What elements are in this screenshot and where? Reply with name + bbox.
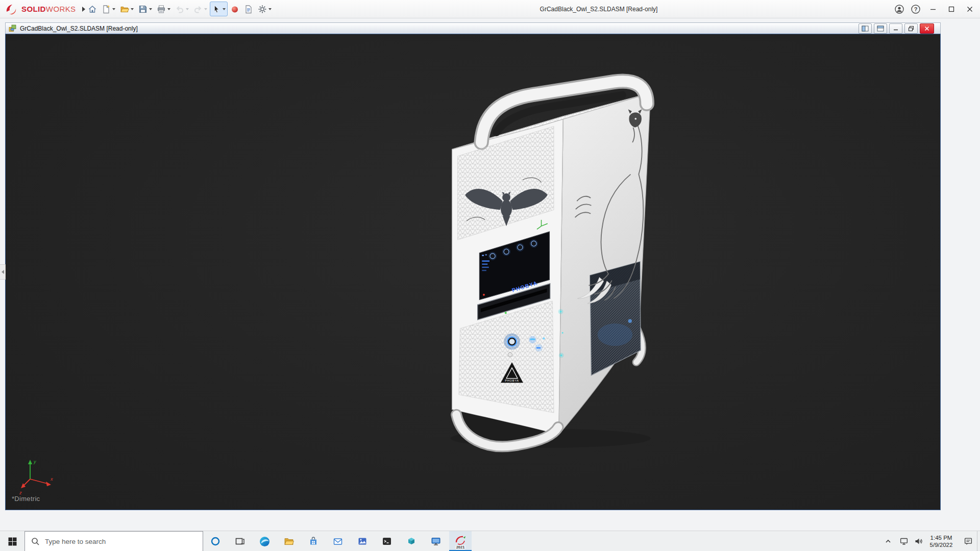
remote-desktop-icon	[430, 536, 442, 547]
select-tool-button[interactable]	[210, 2, 228, 16]
tray-volume-button[interactable]	[912, 531, 926, 551]
doc-minimize-button[interactable]	[889, 23, 902, 34]
save-dropdown-arrow[interactable]	[149, 8, 152, 10]
taskbar-app-mail[interactable]	[327, 531, 349, 551]
home-button[interactable]	[86, 2, 99, 16]
panel-collapse-icon	[2, 270, 4, 274]
file-properties-icon	[244, 5, 253, 14]
tray-hidden-icons-button[interactable]	[881, 531, 895, 551]
undo-dropdown-arrow[interactable]	[186, 8, 189, 10]
taskbar-app-remote-desktop[interactable]	[425, 531, 447, 551]
tray-time: 1:45 PM	[930, 534, 952, 541]
file-explorer-icon	[283, 536, 295, 547]
cortana-icon	[210, 536, 220, 546]
help-button[interactable]: ?	[908, 0, 924, 18]
solidworks-logo-icon	[5, 4, 18, 15]
maximize-button[interactable]	[942, 0, 961, 18]
app-title-bar: SOLIDWORKS	[0, 0, 980, 18]
document-title: GrCadBlack_Owl_S2.SLDASM [Read-only]	[20, 25, 138, 32]
start-icon	[8, 537, 17, 546]
taskbar-app-command-prompt[interactable]	[376, 531, 398, 551]
save-button[interactable]	[136, 2, 154, 16]
select-arrow-icon	[212, 5, 221, 14]
rebuild-button[interactable]	[228, 2, 241, 16]
select-tool-dropdown-arrow[interactable]	[223, 8, 226, 10]
undo-button[interactable]	[173, 2, 191, 16]
taskbar-app-3d-viewer[interactable]	[400, 531, 423, 551]
volume-icon	[914, 536, 924, 546]
taskbar-cortana-button[interactable]	[204, 531, 227, 551]
tray-date: 5/9/2022	[930, 541, 953, 548]
action-center-button[interactable]	[960, 531, 977, 551]
3d-model-pc-case[interactable]: PHOBYA PHOBYA	[448, 54, 660, 454]
redo-icon	[193, 5, 203, 14]
taskbar-app-edge[interactable]	[253, 531, 276, 551]
print-dropdown-arrow[interactable]	[167, 8, 170, 10]
account-button[interactable]	[891, 0, 908, 18]
new-document-icon	[102, 5, 111, 14]
minimize-icon	[929, 6, 937, 13]
windows-taskbar: 2021 1:45 PM 5/9/2022	[0, 531, 980, 551]
solidworks-wordmark: SOLIDWORKS	[21, 5, 76, 13]
help-icon: ?	[911, 4, 921, 14]
file-properties-button[interactable]	[242, 2, 255, 16]
app-window-controls: ?	[891, 0, 979, 18]
start-button[interactable]	[0, 531, 24, 551]
maximize-icon	[948, 6, 955, 13]
panel-collapse-tab[interactable]	[0, 264, 6, 280]
tray-network-button[interactable]	[896, 531, 912, 551]
desktop-screen: SOLIDWORKS	[0, 0, 980, 551]
menu-expand-arrow-icon[interactable]	[82, 7, 85, 12]
new-document-button[interactable]	[100, 2, 117, 16]
network-icon	[899, 536, 909, 546]
tile-window-icon	[862, 26, 869, 32]
taskbar-app-photos[interactable]	[351, 531, 374, 551]
new-document-dropdown-arrow[interactable]	[112, 8, 115, 10]
main-toolbar	[86, 2, 274, 16]
app-window-title: GrCadBlack_Owl_S2.SLDASM [Read-only]	[540, 6, 658, 13]
minimize-button[interactable]	[924, 0, 942, 18]
open-dropdown-arrow[interactable]	[131, 8, 134, 10]
task-view-icon	[235, 536, 245, 546]
taskbar-search-box[interactable]	[24, 531, 203, 551]
solidworks-logo: SOLIDWORKS	[5, 3, 85, 15]
assembly-document-icon	[8, 24, 17, 33]
command-prompt-icon	[381, 536, 393, 547]
doc-close-button[interactable]	[920, 23, 934, 34]
options-dropdown-arrow[interactable]	[268, 8, 272, 10]
store-icon	[308, 536, 319, 547]
doc-close-icon	[924, 26, 930, 32]
3d-app-icon	[406, 536, 417, 547]
svg-text:?: ?	[914, 6, 918, 12]
orientation-triad: y x z	[19, 457, 60, 497]
solidworks-version-badge: 2021	[456, 545, 465, 549]
document-window-controls	[859, 23, 934, 34]
case-logo-text: PHOBYA	[505, 379, 519, 382]
taskbar-app-file-explorer[interactable]	[278, 531, 300, 551]
task-view-button[interactable]	[229, 531, 251, 551]
doc-restore-icon	[908, 26, 914, 32]
triad-x-label: x	[50, 477, 53, 482]
tile-window-button[interactable]	[859, 23, 872, 34]
taskbar-app-store[interactable]	[302, 531, 325, 551]
graphics-area[interactable]: PHOBYA PHOBYA	[5, 34, 941, 510]
document-title-bar[interactable]: GrCadBlack_Owl_S2.SLDASM [Read-only]	[5, 22, 941, 34]
save-icon	[138, 5, 148, 14]
taskbar-app-solidworks[interactable]: 2021	[449, 531, 472, 551]
account-icon	[894, 4, 904, 14]
mail-icon	[332, 536, 344, 547]
open-button[interactable]	[118, 2, 136, 16]
close-button[interactable]	[961, 0, 979, 18]
redo-button[interactable]	[191, 2, 209, 16]
redo-dropdown-arrow[interactable]	[204, 8, 207, 10]
action-center-icon	[963, 536, 973, 546]
options-button[interactable]	[256, 2, 274, 16]
cascade-window-button[interactable]	[874, 23, 887, 34]
show-desktop-button[interactable]	[977, 531, 980, 551]
search-input[interactable]	[44, 537, 203, 546]
tray-clock[interactable]: 1:45 PM 5/9/2022	[925, 531, 958, 551]
print-button[interactable]	[155, 2, 173, 16]
doc-restore-button[interactable]	[904, 23, 918, 34]
undo-icon	[175, 5, 184, 14]
search-icon	[31, 537, 40, 546]
